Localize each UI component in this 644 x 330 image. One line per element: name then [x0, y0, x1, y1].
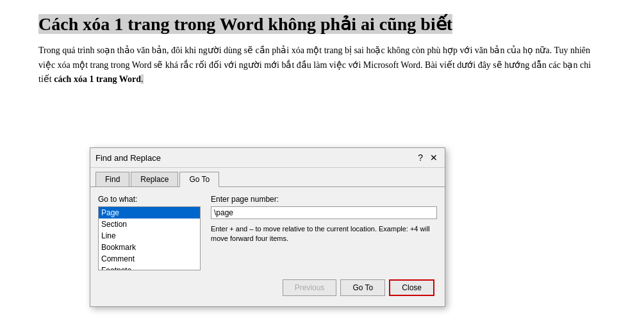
- hint-text: Enter + and – to move relative to the cu…: [211, 224, 437, 244]
- listbox-item-section[interactable]: Section: [99, 219, 200, 230]
- buttons-row: Previous Go To Close: [98, 279, 437, 299]
- dialog-tabs: Find Replace Go To: [90, 168, 445, 186]
- dialog-titlebar: Find and Replace ? ✕: [90, 148, 445, 168]
- listbox-item-line[interactable]: Line: [99, 230, 200, 242]
- right-column: Enter page number: Enter + and – to move…: [211, 195, 437, 270]
- dialog-overlay: Find and Replace ? ✕ Find Replace Go To …: [0, 0, 644, 330]
- dialog-title: Find and Replace: [95, 153, 161, 163]
- dialog-close-button[interactable]: ✕: [428, 152, 440, 163]
- listbox-item-page[interactable]: Page: [99, 207, 200, 219]
- left-column: Go to what: Page Section Line Bookmark C…: [98, 195, 201, 270]
- goto-listbox[interactable]: Page Section Line Bookmark Comment Footn…: [98, 206, 201, 270]
- previous-button[interactable]: Previous: [283, 279, 337, 296]
- tab-find[interactable]: Find: [95, 172, 129, 186]
- close-button[interactable]: Close: [389, 279, 434, 296]
- dialog-help-icon[interactable]: ?: [418, 153, 423, 163]
- page-number-label: Enter page number:: [211, 195, 437, 204]
- listbox-item-footnote[interactable]: Footnote: [99, 265, 200, 270]
- page-number-input[interactable]: [211, 206, 437, 219]
- tab-goto-content: Go to what: Page Section Line Bookmark C…: [90, 186, 445, 306]
- content-row: Go to what: Page Section Line Bookmark C…: [98, 195, 437, 270]
- tab-replace[interactable]: Replace: [131, 172, 178, 186]
- tab-goto[interactable]: Go To: [179, 172, 219, 187]
- dialog-controls: ? ✕: [418, 152, 440, 163]
- listbox-item-comment[interactable]: Comment: [99, 253, 200, 265]
- goto-button[interactable]: Go To: [340, 279, 385, 296]
- goto-what-label: Go to what:: [98, 195, 201, 204]
- find-replace-dialog: Find and Replace ? ✕ Find Replace Go To …: [90, 147, 445, 307]
- listbox-item-bookmark[interactable]: Bookmark: [99, 242, 200, 253]
